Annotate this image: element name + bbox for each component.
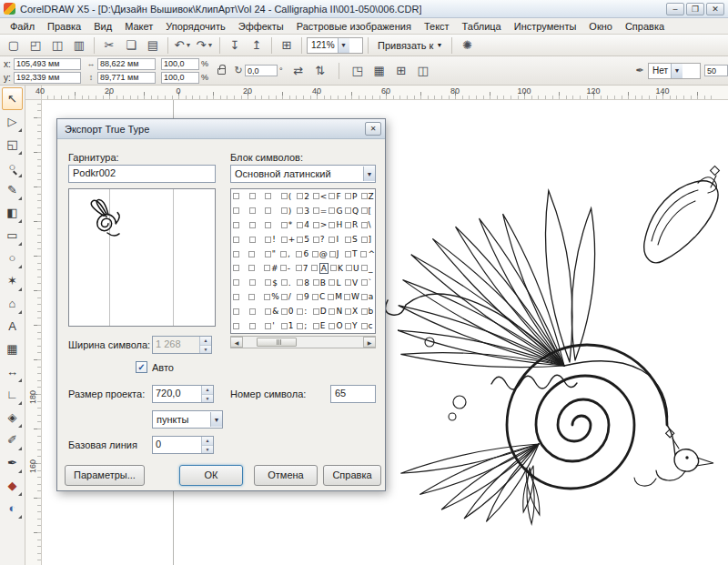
char-export-checkbox[interactable] — [281, 279, 288, 286]
char-cell[interactable]: \ — [359, 218, 376, 233]
char-cell[interactable]: 2 — [295, 189, 311, 204]
char-cell[interactable]: 3 — [295, 204, 311, 218]
char-cell[interactable]: 8 — [295, 276, 311, 290]
fill-tool[interactable]: ◆ — [2, 474, 23, 497]
char-cell[interactable] — [248, 318, 264, 333]
char-cell[interactable] — [231, 204, 248, 218]
char-export-checkbox[interactable] — [281, 222, 288, 228]
char-cell[interactable]: a — [359, 290, 375, 305]
char-export-checkbox[interactable] — [248, 251, 255, 257]
char-cell[interactable]: = — [311, 204, 328, 218]
char-cell[interactable]: ) — [279, 204, 296, 218]
char-export-checkbox[interactable] — [249, 207, 256, 214]
help-button[interactable]: Справка — [323, 465, 381, 486]
char-cell[interactable]: $ — [263, 276, 279, 290]
char-export-checkbox[interactable] — [249, 323, 256, 329]
char-export-checkbox[interactable] — [233, 193, 239, 199]
char-cell[interactable]: ( — [279, 189, 296, 204]
char-export-checkbox[interactable] — [313, 193, 319, 199]
new-document-button[interactable]: ▢ — [4, 36, 24, 55]
char-cell[interactable]: U — [344, 261, 359, 276]
char-export-checkbox[interactable] — [297, 323, 303, 329]
char-export-checkbox[interactable] — [265, 207, 271, 214]
symbol-number-field[interactable]: 65 — [330, 385, 376, 403]
menu-item-Упорядочить[interactable]: Упорядочить — [159, 20, 231, 33]
char-export-checkbox[interactable] — [233, 308, 239, 315]
scale-x-field[interactable]: 100,0 — [161, 58, 199, 70]
char-export-checkbox[interactable] — [328, 294, 334, 300]
char-export-checkbox[interactable] — [345, 323, 351, 329]
char-cell[interactable]: _ — [359, 261, 375, 276]
char-cell[interactable]: [ — [359, 204, 376, 218]
vertical-ruler[interactable]: 180160 — [25, 100, 42, 565]
char-cell[interactable]: ^ — [359, 247, 375, 261]
char-cell[interactable]: b — [359, 304, 376, 318]
char-cell[interactable] — [247, 290, 262, 305]
eyedropper-tool[interactable]: ✐ — [2, 429, 23, 451]
options-button[interactable]: Параметры... — [65, 465, 145, 486]
char-export-checkbox[interactable] — [345, 279, 351, 286]
char-cell[interactable]: * — [279, 218, 296, 233]
char-export-checkbox[interactable] — [345, 237, 351, 243]
char-cell[interactable]: < — [311, 189, 328, 204]
char-export-checkbox[interactable] — [329, 222, 335, 228]
maximize-button[interactable]: ❐ — [686, 3, 704, 15]
chevron-down-icon[interactable]: ▼ — [338, 38, 349, 53]
char-export-checkbox[interactable] — [281, 193, 288, 199]
title-bar[interactable]: CorelDRAW X5 - [D:\Дизайн Вышивок\КлипАр… — [0, 0, 728, 18]
object-order-button[interactable]: ▦ — [369, 62, 389, 80]
char-cell[interactable] — [248, 276, 264, 290]
char-export-checkbox[interactable] — [361, 279, 368, 286]
char-export-checkbox[interactable] — [361, 222, 368, 228]
grid-horizontal-scrollbar[interactable]: ◀ ▶ — [230, 336, 376, 348]
char-cell[interactable]: Y — [343, 318, 359, 333]
char-cell[interactable]: @ — [310, 247, 328, 261]
spinner-buttons[interactable]: ▲▼ — [201, 386, 213, 402]
char-cell[interactable] — [231, 304, 248, 318]
char-export-checkbox[interactable] — [345, 308, 351, 315]
char-export-checkbox[interactable] — [313, 323, 319, 329]
chevron-down-icon[interactable]: ▼ — [185, 42, 191, 48]
dialog-close-button[interactable]: ✕ — [365, 122, 381, 136]
menu-item-Инструменты[interactable]: Инструменты — [508, 20, 583, 33]
char-cell[interactable] — [231, 276, 248, 290]
chevron-down-icon[interactable]: ▼ — [671, 64, 682, 78]
freehand-tool[interactable]: ✎ — [2, 178, 23, 201]
basic-shapes-tool[interactable]: ⌂ — [2, 292, 23, 315]
table-tool[interactable]: ▦ — [2, 338, 23, 360]
char-export-checkbox[interactable] — [296, 265, 302, 271]
char-cell[interactable]: ; — [295, 318, 311, 333]
application-launcher-button[interactable]: ⊞ — [277, 36, 297, 55]
menu-item-Файл[interactable]: Файл — [4, 20, 41, 33]
char-export-checkbox[interactable] — [280, 251, 287, 257]
char-cell[interactable]: 4 — [295, 218, 311, 233]
char-export-checkbox[interactable] — [233, 323, 239, 329]
char-cell[interactable] — [248, 218, 264, 233]
horizontal-ruler[interactable]: 4020020406080100120140 — [42, 86, 728, 100]
char-export-checkbox[interactable] — [329, 237, 335, 243]
project-size-field[interactable]: 720,0 ▲▼ — [152, 385, 214, 403]
char-cell[interactable]: W — [342, 290, 359, 305]
char-export-checkbox[interactable] — [297, 193, 303, 199]
char-export-checkbox[interactable] — [233, 222, 239, 228]
char-cell[interactable]: O — [327, 318, 343, 333]
char-cell[interactable]: 7 — [294, 261, 309, 276]
object-height-field[interactable]: 89,771 мм — [97, 72, 156, 84]
char-export-checkbox[interactable] — [281, 323, 288, 329]
char-cell[interactable]: V — [343, 276, 359, 290]
menu-item-Вид[interactable]: Вид — [87, 20, 118, 33]
menu-item-Макет[interactable]: Макет — [118, 20, 159, 33]
char-cell[interactable]: - — [278, 261, 294, 276]
char-export-checkbox[interactable] — [297, 279, 303, 286]
cancel-button[interactable]: Отмена — [254, 465, 318, 486]
zoom-level-combo[interactable]: 121% ▼ — [307, 37, 363, 54]
char-cell[interactable] — [248, 189, 264, 204]
x-position-field[interactable]: 105,493 мм — [14, 58, 81, 70]
char-cell[interactable] — [231, 232, 248, 247]
polygon-tool[interactable]: ✶ — [2, 269, 23, 292]
wrap-paragraph-text-button[interactable]: ◳ — [348, 62, 368, 80]
char-export-checkbox[interactable] — [329, 323, 335, 329]
char-export-checkbox[interactable] — [361, 308, 368, 315]
char-export-checkbox[interactable] — [233, 207, 239, 214]
char-export-checkbox[interactable] — [265, 237, 271, 243]
